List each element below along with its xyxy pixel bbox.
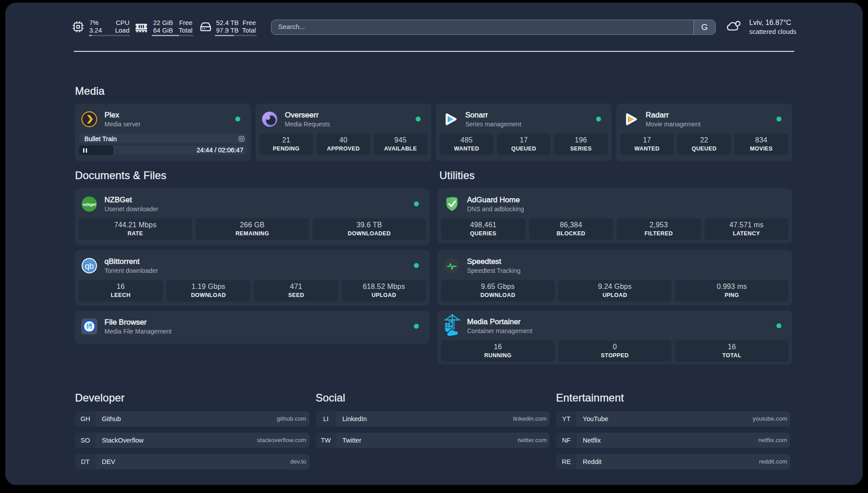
svg-text:qb: qb bbox=[85, 262, 93, 271]
svg-text:nzbget: nzbget bbox=[83, 202, 96, 207]
